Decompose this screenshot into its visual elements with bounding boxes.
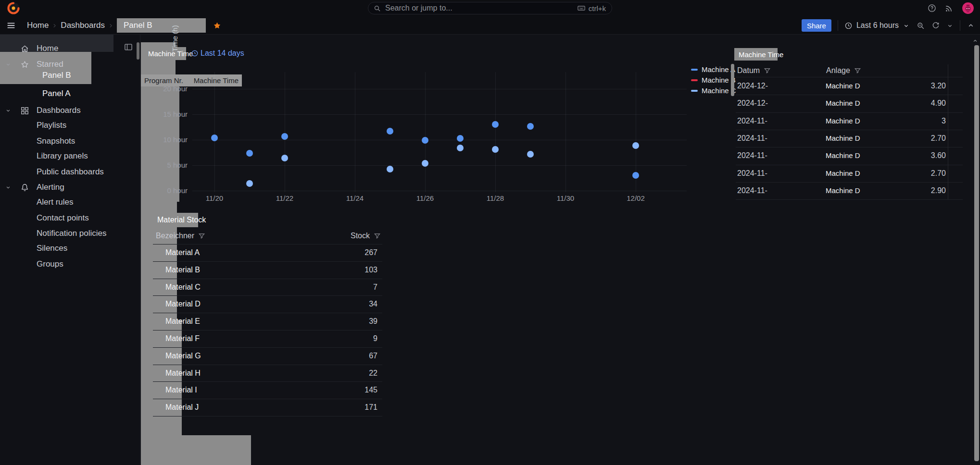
h-gridline [192, 165, 687, 166]
time-range-picker[interactable]: Last 6 hours [844, 21, 910, 30]
share-button[interactable]: Share [802, 19, 831, 32]
chart-point-machine-a [211, 135, 218, 141]
kiosk-mode-button[interactable] [967, 21, 975, 30]
chevron-down-icon[interactable] [5, 184, 12, 191]
sidebar-item-library-panels[interactable]: Library panels [0, 149, 140, 163]
sidebar-item-label: Contact points [37, 213, 89, 223]
scroll-up-icon[interactable] [972, 37, 979, 44]
sidebar-item-silences[interactable]: Silences [0, 241, 140, 256]
panel-clock-icon [191, 49, 199, 57]
sidebar-item-dashboards[interactable]: Dashboards [0, 103, 140, 118]
sidebar-item-label: Home [37, 44, 58, 53]
column-header-stock[interactable]: Stock [324, 230, 381, 242]
h-gridline [192, 114, 687, 115]
search-placeholder: Search or jump to... [385, 4, 452, 12]
machine-table-scrollbar[interactable] [731, 64, 734, 96]
cell-bezeichner: Material B [165, 266, 200, 274]
legend-item-machine-a[interactable]: Machine A [702, 65, 735, 73]
scatter-panel-title[interactable]: Machine Time [144, 47, 186, 60]
cell-stock: 7 [324, 283, 377, 292]
chevron-down-icon[interactable] [5, 61, 12, 68]
sidebar-item-contact-points[interactable]: Contact points [0, 211, 140, 225]
grafana-logo-icon[interactable] [7, 1, 20, 15]
breadcrumb-dashboards[interactable]: Dashboards [61, 21, 105, 30]
row-separator [736, 199, 963, 200]
dashboard-canvas: Machine Time Last 14 days Time (h)0 hour… [141, 35, 980, 465]
sidebar-item-panel-b[interactable]: Panel B [0, 68, 140, 83]
sidebar-item-notification-policies[interactable]: Notification policies [0, 226, 140, 241]
x-axis-tick-label: 11/24 [338, 194, 372, 202]
cell-stock: 22 [324, 369, 377, 378]
cell-bezeichner: Material E [165, 317, 200, 326]
sidebar-item-alert-rules[interactable]: Alert rules [0, 195, 140, 209]
filter-icon[interactable] [198, 232, 206, 240]
cell-machine-time: 3.60 [891, 151, 946, 160]
column-header-anlage[interactable]: Anlage [826, 65, 862, 76]
x-axis-tick-label: 12/02 [619, 194, 653, 202]
machine-table-panel-title[interactable]: Machine Time [734, 48, 778, 61]
row-separator [153, 347, 382, 348]
column-header-bezeichner[interactable]: Bezeichner [156, 230, 206, 242]
refresh-button[interactable] [931, 21, 940, 30]
sidebar-item-label: Groups [37, 259, 63, 269]
search-input[interactable]: Search or jump to... ctrl+k [368, 2, 612, 14]
y-axis-tick-label: 10 hour [151, 135, 188, 144]
chart-point-machine-a [422, 137, 428, 144]
time-range-label: Last 6 hours [856, 21, 899, 30]
filter-icon[interactable] [854, 67, 862, 75]
help-button[interactable] [927, 3, 937, 13]
breadcrumb-current[interactable]: Panel B [117, 18, 206, 33]
chart-point-machine-c [457, 145, 464, 151]
chart-point-machine-a [387, 128, 393, 135]
news-button[interactable] [944, 3, 954, 13]
sidebar-item-label: Playlists [37, 121, 66, 130]
filter-icon[interactable] [763, 67, 771, 75]
x-axis-tick-label: 11/28 [478, 194, 512, 202]
cell-anlage: Machine D [826, 82, 860, 90]
breadcrumb-home[interactable]: Home [27, 21, 49, 30]
apps-icon [20, 106, 29, 115]
chevron-down-icon[interactable] [5, 107, 12, 114]
sidebar-item-home[interactable]: Home [0, 41, 140, 56]
cell-machine-time: 2.70 [891, 134, 946, 143]
help-icon [927, 3, 937, 13]
column-header-machine-time[interactable]: Machine Time [194, 76, 239, 85]
row-separator [736, 182, 963, 183]
y-axis-tick-label: 0 hour [151, 186, 188, 195]
header-separator [736, 77, 963, 77]
h-gridline [192, 191, 687, 191]
material-panel-title[interactable]: Material Stock [153, 213, 198, 227]
toolbar-divider [960, 20, 960, 31]
column-divider [948, 64, 948, 199]
sidebar-item-label: Snapshots [37, 136, 75, 146]
column-header-label: Datum [737, 66, 760, 75]
cell-bezeichner: Material D [165, 300, 201, 308]
row-separator [736, 95, 963, 95]
page-scrollbar[interactable] [974, 45, 979, 461]
sidebar-item-alerting[interactable]: Alerting [0, 180, 140, 195]
refresh-interval-button[interactable] [946, 22, 954, 29]
home-icon [20, 44, 29, 53]
sidebar-item-panel-a[interactable]: Panel A [0, 86, 140, 101]
sidebar-item-groups[interactable]: Groups [0, 257, 140, 271]
zoom-out-icon [916, 21, 925, 30]
cell-stock: 67 [324, 352, 377, 360]
cell-bezeichner: Material J [165, 403, 199, 412]
sidebar-item-label: Alert rules [37, 197, 74, 207]
user-avatar[interactable] [962, 2, 974, 14]
sidebar-item-public-dashboards[interactable]: Public dashboards [0, 165, 140, 179]
time-zoom-out-button[interactable] [916, 21, 925, 30]
sidebar-item-playlists[interactable]: Playlists [0, 118, 140, 133]
v-gridline [565, 72, 566, 192]
column-header-program-nr[interactable]: Program Nr. [144, 76, 183, 85]
cell-machine-time: 2.70 [891, 169, 946, 178]
sidebar-item-snapshots[interactable]: Snapshots [0, 134, 140, 148]
cell-datum: 2024-12- [737, 82, 768, 90]
mega-menu-button[interactable] [6, 20, 16, 31]
chart-point-machine-c [422, 160, 428, 167]
row-separator [153, 416, 382, 416]
column-header-datum[interactable]: Datum [737, 65, 771, 76]
x-axis-tick-label: 11/30 [549, 194, 582, 202]
filter-icon[interactable] [373, 232, 381, 240]
star-toggle[interactable] [213, 21, 222, 30]
